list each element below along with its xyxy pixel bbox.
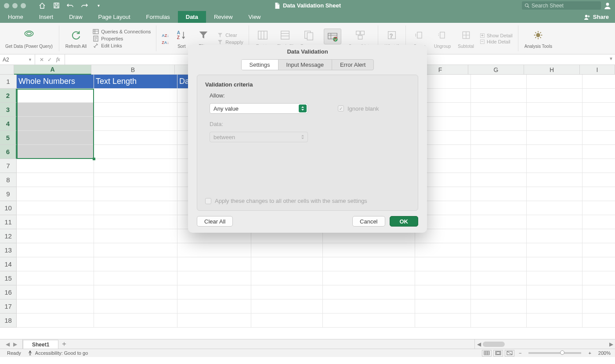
cell[interactable] <box>527 215 582 229</box>
tab-settings[interactable]: Settings <box>242 60 279 70</box>
cell[interactable] <box>323 314 415 328</box>
sort-desc-button[interactable]: ZA↓ <box>162 40 168 47</box>
cell[interactable] <box>17 243 94 257</box>
queries-connections-button[interactable]: Queries & Connections <box>93 29 151 35</box>
menu-formulas[interactable]: Formulas <box>138 11 178 23</box>
cell[interactable] <box>17 173 94 187</box>
cell[interactable] <box>323 285 415 299</box>
cell[interactable] <box>527 89 582 103</box>
row-header[interactable]: 2 <box>0 89 17 103</box>
cell[interactable] <box>94 229 177 243</box>
zoom-thumb[interactable] <box>560 350 564 355</box>
menu-page-layout[interactable]: Page Layout <box>90 11 138 23</box>
cell[interactable] <box>527 187 582 201</box>
share-button[interactable]: Share <box>578 11 615 23</box>
tab-error-alert[interactable]: Error Alert <box>332 60 374 70</box>
name-box[interactable]: A2 ▼ <box>0 54 35 65</box>
cell[interactable] <box>582 229 615 243</box>
column-header-B[interactable]: B <box>91 65 175 75</box>
cell[interactable] <box>471 201 527 215</box>
column-header-I[interactable]: I <box>580 65 615 75</box>
cell[interactable] <box>323 299 415 314</box>
cell[interactable] <box>94 131 177 145</box>
row-header[interactable]: 18 <box>0 314 17 328</box>
row-header[interactable]: 16 <box>0 285 17 299</box>
fx-icon[interactable]: fx <box>56 56 60 63</box>
cell[interactable] <box>471 299 527 314</box>
row-header[interactable]: 7 <box>0 159 17 173</box>
show-detail-button[interactable]: +Show Detail <box>480 33 513 38</box>
cell[interactable] <box>527 103 582 117</box>
subtotal-button[interactable]: Subtotal <box>454 23 478 54</box>
cell[interactable] <box>251 314 323 328</box>
cell[interactable] <box>94 187 177 201</box>
clear-filter-button[interactable]: Clear <box>217 32 243 38</box>
column-header-H[interactable]: H <box>524 65 580 75</box>
cell[interactable] <box>527 285 582 299</box>
cell[interactable] <box>582 75 615 89</box>
row-header[interactable]: 12 <box>0 229 17 243</box>
cell[interactable] <box>94 243 177 257</box>
select-all-corner[interactable] <box>0 65 14 75</box>
cell[interactable] <box>527 75 582 89</box>
cell[interactable]: Text Length <box>94 75 177 89</box>
cell[interactable] <box>323 243 415 257</box>
cell[interactable] <box>471 215 527 229</box>
scroll-right-icon[interactable]: ▶ <box>607 341 615 347</box>
horizontal-scrollbar[interactable]: ◀ ▶ <box>474 339 615 349</box>
cell[interactable] <box>94 271 177 285</box>
cell[interactable] <box>415 243 471 257</box>
cell[interactable] <box>527 314 582 328</box>
undo-icon[interactable] <box>66 2 74 10</box>
cell[interactable] <box>527 173 582 187</box>
zoom-slider[interactable] <box>528 352 581 354</box>
cell[interactable] <box>527 299 582 314</box>
hide-detail-button[interactable]: −Hide Detail <box>480 39 513 44</box>
cell[interactable] <box>17 257 94 271</box>
cell[interactable] <box>17 215 94 229</box>
close-icon[interactable] <box>4 3 9 8</box>
accept-formula-icon[interactable]: ✓ <box>47 57 52 63</box>
cell[interactable] <box>17 201 94 215</box>
cell[interactable] <box>582 145 615 159</box>
cell[interactable] <box>177 314 251 328</box>
add-sheet-button[interactable]: ＋ <box>58 339 70 349</box>
cell[interactable] <box>94 173 177 187</box>
scroll-left-icon[interactable]: ◀ <box>475 341 483 347</box>
save-icon[interactable] <box>52 2 60 10</box>
cell[interactable] <box>94 285 177 299</box>
cell[interactable] <box>251 285 323 299</box>
cell[interactable] <box>17 159 94 173</box>
chevron-down-icon[interactable]: ▼ <box>28 58 32 62</box>
column-header-A[interactable]: A <box>14 65 91 75</box>
cell[interactable] <box>471 145 527 159</box>
tab-input-message[interactable]: Input Message <box>279 60 332 70</box>
cell[interactable] <box>527 271 582 285</box>
view-page-layout-button[interactable] <box>493 350 503 357</box>
cell[interactable] <box>17 103 94 117</box>
minimize-icon[interactable] <box>12 3 18 8</box>
cell[interactable] <box>471 117 527 131</box>
menu-home[interactable]: Home <box>0 11 31 23</box>
cell[interactable] <box>94 314 177 328</box>
cell[interactable] <box>415 257 471 271</box>
cell[interactable] <box>177 299 251 314</box>
menu-view[interactable]: View <box>241 11 269 23</box>
cell[interactable] <box>415 271 471 285</box>
cell[interactable] <box>94 103 177 117</box>
cell[interactable] <box>582 103 615 117</box>
cell[interactable] <box>471 89 527 103</box>
row-header[interactable]: 17 <box>0 299 17 314</box>
menu-draw[interactable]: Draw <box>61 11 90 23</box>
cell[interactable] <box>17 271 94 285</box>
cell[interactable] <box>582 131 615 145</box>
cell[interactable] <box>471 131 527 145</box>
cell[interactable] <box>251 271 323 285</box>
cell[interactable] <box>177 271 251 285</box>
cell[interactable] <box>582 299 615 314</box>
cell[interactable] <box>471 229 527 243</box>
cell[interactable] <box>94 257 177 271</box>
cell[interactable] <box>471 173 527 187</box>
maximize-icon[interactable] <box>21 3 26 8</box>
cell[interactable] <box>582 201 615 215</box>
